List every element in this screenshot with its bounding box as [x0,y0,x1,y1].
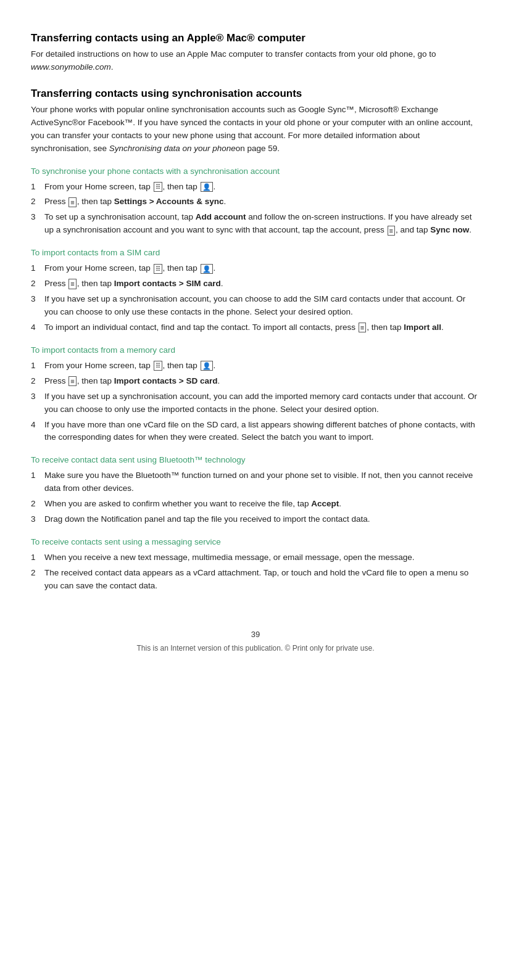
section-mac-body: For detailed instructions on how to use … [31,48,480,74]
list-item: 1 From your Home screen, tap ⠿, then tap… [31,360,480,373]
subsection-import-memory: To import contacts from a memory card 1 … [31,345,480,445]
subsection-import-memory-title: To import contacts from a memory card [31,345,480,355]
mac-link: www.sonymobile.com [31,62,111,72]
list-item: 3 If you have set up a synchronisation a… [31,390,480,416]
section-mac-title: Transferring contacts using an Apple® Ma… [31,32,480,44]
subsection-sync-account: To synchronise your phone contacts with … [31,167,480,237]
list-item: 2 The received contact data appears as a… [31,567,480,593]
list-item: 3 To set up a synchronisation account, t… [31,211,480,237]
sync-account-list: 1 From your Home screen, tap ⠿, then tap… [31,181,480,237]
subsection-sync-account-title: To synchronise your phone contacts with … [31,167,480,176]
section-mac: Transferring contacts using an Apple® Ma… [31,32,480,74]
contact-icon: 👤 [201,182,213,192]
subsection-receive-bluetooth-title: To receive contact data sent using Bluet… [31,455,480,464]
import-memory-list: 1 From your Home screen, tap ⠿, then tap… [31,360,480,445]
receive-messaging-list: 1 When you receive a new text message, m… [31,551,480,593]
footer-note: This is an Internet version of this publ… [31,644,480,653]
list-item: 1 From your Home screen, tap ⠿, then tap… [31,181,480,194]
menu-icon-2: ≡ [388,226,395,236]
grid-icon: ⠿ [154,264,162,274]
list-item: 2 When you are asked to confirm whether … [31,498,480,511]
list-item: 4 If you have more than one vCard file o… [31,419,480,445]
section-sync-accounts: Transferring contacts using synchronisat… [31,88,480,155]
list-item: 4 To import an individual contact, find … [31,321,480,334]
receive-bluetooth-list: 1 Make sure you have the Bluetooth™ func… [31,469,480,526]
section-sync-body: Your phone works with popular online syn… [31,104,480,155]
page-number: 39 [31,630,480,639]
list-item: 3 If you have set up a synchronisation a… [31,293,480,319]
menu-icon: ≡ [359,323,366,332]
section-sync-title: Transferring contacts using synchronisat… [31,88,480,100]
list-item: 1 From your Home screen, tap ⠿, then tap… [31,262,480,275]
contact-icon: 👤 [201,264,213,274]
menu-icon: ≡ [69,279,76,289]
list-item: 1 When you receive a new text message, m… [31,551,480,564]
list-item: 2 Press ≡, then tap Settings > Accounts … [31,196,480,208]
subsection-import-sim: To import contacts from a SIM card 1 Fro… [31,248,480,334]
subsection-import-sim-title: To import contacts from a SIM card [31,248,480,257]
contact-icon: 👤 [201,361,213,371]
menu-icon: ≡ [69,197,76,207]
grid-icon: ⠿ [154,361,162,371]
grid-icon: ⠿ [154,182,162,192]
import-sim-list: 1 From your Home screen, tap ⠿, then tap… [31,262,480,334]
footer: 39 This is an Internet version of this p… [31,630,480,653]
list-item: 1 Make sure you have the Bluetooth™ func… [31,469,480,495]
subsection-receive-messaging-title: To receive contacts sent using a messagi… [31,537,480,546]
subsection-receive-messaging: To receive contacts sent using a messagi… [31,537,480,593]
list-item: 2 Press ≡, then tap Import contacts > SI… [31,278,480,290]
list-item: 2 Press ≡, then tap Import contacts > SD… [31,375,480,388]
subsection-receive-bluetooth: To receive contact data sent using Bluet… [31,455,480,526]
list-item: 3 Drag down the Notification panel and t… [31,513,480,526]
menu-icon: ≡ [69,376,76,386]
